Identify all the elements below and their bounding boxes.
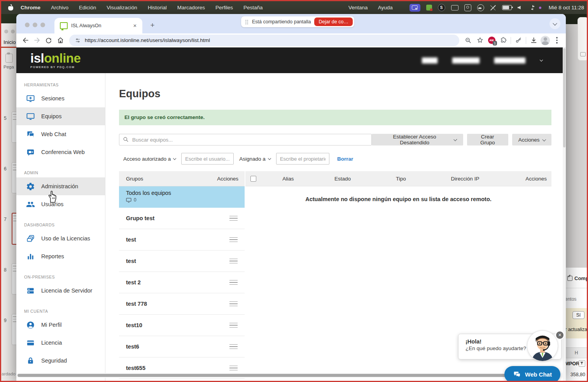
url-bar[interactable]: https://account.islonline.net/users/isla… [69, 35, 459, 46]
groups-column-header[interactable]: Grupos [126, 176, 143, 182]
sidebar-item-licencia-de-servidor[interactable]: Licencia de Servidor [16, 282, 105, 300]
extension-red-icon[interactable]: AM 1 [486, 35, 497, 46]
drag-handle-icon[interactable] [228, 300, 239, 308]
group-row-grupo-test[interactable]: Grupo test [119, 208, 245, 229]
group-row-test10[interactable]: test10 [119, 315, 245, 336]
drag-handle-icon[interactable] [228, 214, 239, 223]
sidebar-item-licencia[interactable]: Licencia [16, 334, 105, 352]
sidebar-item-sesiones[interactable]: Sesiones [16, 89, 105, 107]
sidebar-item-web-chat[interactable]: Web Chat [16, 125, 105, 143]
chat-invite-bubble[interactable]: ¡Hola! ¿En qué puedo ayudarte? [458, 334, 562, 359]
profile-avatar[interactable] [539, 35, 551, 46]
clear-filters-link[interactable]: Borrar [337, 156, 353, 162]
group-row-test[interactable]: test [119, 251, 245, 272]
menu-ventana[interactable]: Ventana [348, 5, 368, 11]
alfred-icon[interactable] [477, 4, 484, 11]
new-tab-button[interactable]: + [148, 21, 157, 30]
vertical-scrollbar[interactable] [563, 47, 566, 381]
browser-tab[interactable]: ISL AlwaysOn × [54, 18, 142, 33]
tab-search-button[interactable] [550, 18, 560, 29]
yes-button[interactable]: Sí [572, 311, 584, 319]
menu-pesta-a[interactable]: Pestaña [243, 5, 263, 11]
drag-handle-icon[interactable] [228, 279, 239, 287]
assigned-filter-dropdown[interactable]: Asignado a [239, 156, 271, 162]
drag-handle-icon[interactable] [228, 343, 239, 351]
s-circle-icon[interactable]: S [438, 4, 445, 11]
reload-button[interactable] [43, 35, 54, 46]
group-row-test-2[interactable]: test 2 [119, 272, 245, 293]
sidebar-item-reportes[interactable]: Reportes [16, 247, 105, 265]
sidebar-item-seguridad[interactable]: Seguridad [16, 352, 105, 370]
sidebar-item-administraci-n[interactable]: Administración [16, 177, 105, 195]
extensions-puzzle-icon[interactable] [497, 35, 509, 46]
group-row-todos-los-equipos[interactable]: Todos los equipos 0 [119, 186, 245, 208]
drag-handle-icon[interactable] [228, 236, 239, 244]
column-header-tipo[interactable]: Tipo [370, 176, 432, 182]
menu-visualizaci-n[interactable]: Visualización [107, 5, 137, 11]
create-group-button[interactable]: Crear Grupo [467, 134, 508, 145]
teams-icon[interactable] [464, 4, 471, 11]
scrollbar-thumb[interactable] [18, 374, 548, 377]
user-filter-input[interactable] [181, 153, 234, 165]
sidebar-item-uso-de-la-licencias[interactable]: Uso de la Licencias [16, 230, 105, 247]
scrollbar-thumb[interactable] [563, 48, 565, 147]
menu-perfiles[interactable]: Perfiles [215, 5, 233, 11]
back-button[interactable] [19, 35, 31, 46]
menu-marcadores[interactable]: Marcadores [177, 5, 205, 11]
menu-historial[interactable]: Historial [148, 5, 167, 11]
select-all-checkbox[interactable] [250, 176, 256, 182]
ppt-paste-label[interactable]: Pega [4, 65, 14, 69]
actions-button[interactable]: Acciones [512, 134, 551, 145]
drag-handle-icon[interactable] [228, 321, 239, 329]
web-chat-button[interactable]: Web Chat [504, 366, 560, 381]
column-header-acciones[interactable]: Acciones [498, 176, 547, 182]
search-input[interactable] [119, 134, 372, 145]
nav-item-redacted[interactable]: ███████ [452, 58, 480, 63]
sidebar-item-mi-perfil[interactable]: Mi Perfil [16, 316, 105, 334]
volume-icon[interactable] [518, 6, 521, 9]
site-settings-icon[interactable] [75, 37, 81, 44]
browser-menu-icon[interactable] [551, 35, 563, 46]
screen-share-icon[interactable] [410, 4, 420, 12]
unattended-access-button[interactable]: Establecer Acceso Desatendido [372, 134, 463, 145]
display-icon[interactable] [451, 5, 458, 11]
sidebar-item-usuarios[interactable]: Usuarios [16, 195, 105, 213]
drag-dots-icon[interactable] [245, 19, 248, 25]
apple-icon[interactable] [8, 4, 14, 11]
horizontal-scrollbar[interactable] [16, 373, 563, 378]
share-button[interactable]: Comp [567, 275, 587, 281]
home-button[interactable] [54, 35, 66, 46]
menu-ayuda[interactable]: Ayuda [378, 5, 393, 11]
sidebar-item-equipos[interactable]: Equipos [16, 107, 105, 125]
group-row-test[interactable]: test [119, 229, 245, 251]
bookmark-star-icon[interactable] [474, 35, 486, 46]
password-key-icon[interactable] [513, 35, 524, 46]
page-zoom-icon[interactable] [462, 35, 474, 46]
control-center-icon[interactable] [530, 5, 536, 10]
downloads-icon[interactable] [528, 35, 539, 46]
pen-off-icon[interactable] [490, 5, 496, 11]
column-header-direcci-n-ip[interactable]: Dirección IP [432, 176, 498, 182]
ppt-tab-inicio[interactable]: Inicio [4, 39, 16, 45]
battery-icon[interactable] [502, 5, 512, 10]
menu-archivo[interactable]: Archivo [51, 5, 68, 11]
window-traffic-lights[interactable] [25, 23, 45, 27]
column-header-alias[interactable]: Alias [261, 176, 315, 182]
stop-sharing-button[interactable]: Dejar de co… [314, 18, 352, 26]
menu-chrome[interactable]: Chrome [21, 5, 40, 11]
owner-filter-input[interactable] [276, 153, 329, 165]
forward-button[interactable] [31, 35, 43, 46]
green-app-icon[interactable] [426, 5, 432, 11]
group-row-test-778[interactable]: test 778 [119, 293, 245, 315]
nav-item-redacted[interactable]: ████ [422, 58, 438, 63]
column-header-estado[interactable]: Estado [315, 176, 370, 182]
url-text[interactable]: https://account.islonline.net/users/isla… [85, 37, 210, 43]
chat-close-icon[interactable]: ✕ [555, 331, 564, 340]
sharing-indicator[interactable]: Está compartiendo pantalla Dejar de co… [241, 16, 354, 27]
nav-item-redacted[interactable]: ████████ [494, 58, 525, 63]
menu-edici-n[interactable]: Edición [79, 5, 96, 11]
isl-logo[interactable]: islonline POWERED BY PDQ.COM [30, 52, 80, 69]
drag-handle-icon[interactable] [228, 257, 239, 265]
filter-funnel-icon[interactable] [579, 360, 585, 367]
group-row-test6[interactable]: test6 [119, 336, 245, 357]
